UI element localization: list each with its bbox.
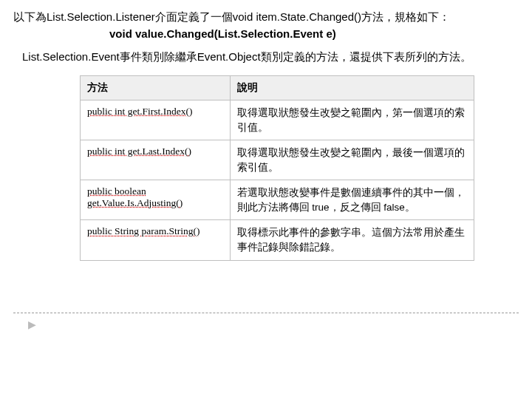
- intro-paragraph-2: List.Selection.Event事件類別除繼承Event.Object類…: [22, 49, 510, 66]
- method-signature-text: public int get.Last.Index(): [87, 146, 191, 157]
- intro-class: Event.Object: [197, 50, 261, 63]
- method-signature-text: public boolean get.Value.Is.Adjusting(): [87, 185, 183, 208]
- method-signature: void value.Changed(List.Selection.Event …: [109, 27, 519, 40]
- intro-text: 介面定義了一個: [155, 10, 233, 23]
- intro-paragraph-1: 以下為List.Selection.Listener介面定義了一個void it…: [13, 9, 519, 26]
- method-signature-text: public String param.String(): [87, 225, 200, 236]
- intro-text: 以下為: [13, 10, 47, 23]
- table-row: public String param.String()取得標示此事件的參數字串…: [81, 220, 474, 260]
- table-row: public int get.First.Index()取得選取狀態發生改變之範…: [81, 100, 474, 140]
- methods-table-wrap: 方法 說明 public int get.First.Index()取得選取狀態…: [80, 75, 474, 261]
- table-header-row: 方法 說明: [81, 76, 474, 100]
- table-row: public int get.Last.Index()取得選取狀態發生改變之範圍…: [81, 140, 474, 180]
- intro-text: 類別定義的方法，還提供下表所列的方法。: [261, 50, 471, 63]
- intro-method: void item.State.Changed(): [233, 10, 361, 23]
- intro-class: List.Selection.Listener: [47, 10, 155, 23]
- intro-class: List.Selection.Event: [22, 50, 120, 63]
- methods-table: 方法 說明 public int get.First.Index()取得選取狀態…: [80, 75, 474, 261]
- method-cell: public boolean get.Value.Is.Adjusting(): [81, 180, 231, 220]
- table-row: public boolean get.Value.Is.Adjusting()若…: [81, 180, 474, 220]
- method-cell: public int get.First.Index(): [81, 100, 231, 140]
- col-method: 方法: [81, 76, 231, 100]
- desc-cell: 取得標示此事件的參數字串。這個方法常用於產生事件記錄與除錯記錄。: [230, 220, 474, 260]
- footer-divider: [13, 313, 519, 313]
- slide-arrow-icon: ▶: [28, 318, 519, 330]
- method-cell: public String param.String(): [81, 220, 231, 260]
- desc-cell: 取得選取狀態發生改變之範圍內，第一個選項的索引值。: [230, 100, 474, 140]
- col-desc: 說明: [230, 76, 474, 100]
- intro-text: 事件類別除繼承: [120, 50, 197, 63]
- method-signature-text: public int get.First.Index(): [87, 106, 192, 117]
- intro-text: 方法，規格如下：: [361, 10, 450, 23]
- desc-cell: 取得選取狀態發生改變之範圍內，最後一個選項的索引值。: [230, 140, 474, 180]
- method-cell: public int get.Last.Index(): [81, 140, 231, 180]
- desc-cell: 若選取狀態改變事件是數個連續事件的其中一個，則此方法將傳回 true，反之傳回 …: [230, 180, 474, 220]
